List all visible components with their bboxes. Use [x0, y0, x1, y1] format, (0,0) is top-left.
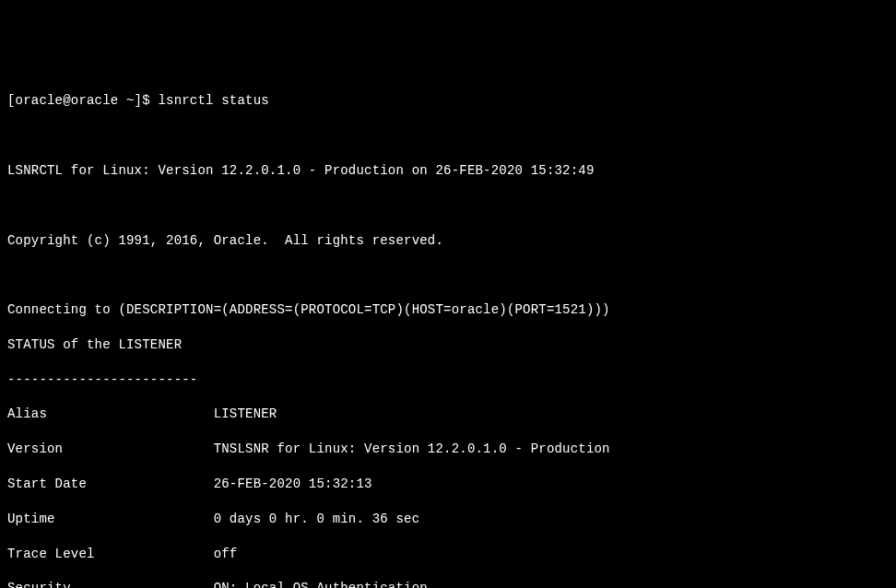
divider-line: ------------------------ — [7, 371, 889, 389]
blank-line — [7, 127, 889, 145]
banner-line: LSNRCTL for Linux: Version 12.2.0.1.0 - … — [7, 162, 889, 180]
uptime-line: Uptime 0 days 0 hr. 0 min. 36 sec — [7, 511, 889, 528]
shell-prompt: [oracle@oracle ~]$ — [7, 93, 158, 108]
terminal-output[interactable]: [oracle@oracle ~]$ lsnrctl status LSNRCT… — [7, 76, 889, 588]
entered-command: lsnrctl status — [158, 93, 268, 108]
copyright-line: Copyright (c) 1991, 2016, Oracle. All ri… — [7, 232, 889, 250]
trace-level-line: Trace Level off — [7, 546, 889, 563]
prompt-line: [oracle@oracle ~]$ lsnrctl status — [7, 92, 889, 110]
security-line: Security ON: Local OS Authentication — [7, 580, 889, 588]
connecting-line: Connecting to (DESCRIPTION=(ADDRESS=(PRO… — [7, 301, 889, 319]
version-line: Version TNSLSNR for Linux: Version 12.2.… — [7, 441, 889, 458]
start-date-line: Start Date 26-FEB-2020 15:32:13 — [7, 476, 889, 493]
blank-line — [7, 266, 889, 284]
blank-line — [7, 197, 889, 215]
alias-line: Alias LISTENER — [7, 406, 889, 423]
status-header: STATUS of the LISTENER — [7, 336, 889, 354]
